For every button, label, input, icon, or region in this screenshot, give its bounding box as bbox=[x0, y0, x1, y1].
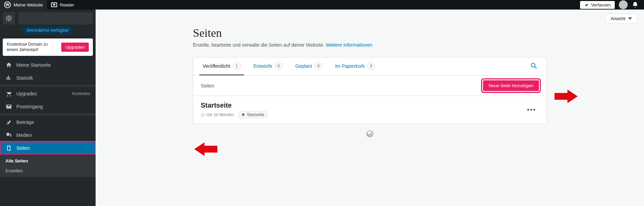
tab-drafts[interactable]: Entwürfe 0 bbox=[250, 58, 286, 75]
sidebar-item-label: Upgrades bbox=[16, 91, 68, 96]
globe-icon bbox=[5, 15, 12, 22]
site-icon-box[interactable] bbox=[3, 12, 15, 25]
reader-tab[interactable]: Reader bbox=[47, 0, 79, 10]
sidebar-item-label: Meine Startseite bbox=[16, 62, 90, 68]
content-wrapper: Seiten Erstelle, bearbeite und verwalte … bbox=[186, 10, 554, 152]
sidebar-item-upgrades[interactable]: Upgrades Kostenlos bbox=[0, 87, 96, 100]
my-site-tab[interactable]: W Meine Website bbox=[0, 0, 47, 10]
bell-icon[interactable] bbox=[632, 1, 639, 8]
tabs-row: Veröffentlicht 1 Entwürfe 0 Geplant 0 Im… bbox=[193, 58, 546, 76]
my-site-label: Meine Website bbox=[14, 2, 43, 7]
topbar-left: W Meine Website Reader bbox=[0, 0, 78, 10]
page-meta: Vor 10 Minuten Startseite bbox=[201, 111, 267, 118]
more-info-link[interactable]: Weitere Informationen bbox=[326, 42, 372, 48]
media-icon bbox=[5, 132, 12, 139]
tab-count: 1 bbox=[233, 62, 241, 70]
clock-icon bbox=[201, 113, 205, 117]
compose-button[interactable]: Verfassen bbox=[580, 1, 615, 9]
sidebar-item-label: Beiträge bbox=[16, 120, 90, 125]
sidebar-item-inbox[interactable]: Posteingang bbox=[0, 100, 96, 113]
topbar-right: Verfassen bbox=[580, 0, 644, 10]
add-page-button[interactable]: Neue Seite hinzufügen bbox=[483, 80, 539, 91]
pages-submenu: Alle Seiten Erstellen bbox=[0, 155, 96, 177]
view-toggle[interactable]: Ansicht bbox=[606, 14, 637, 23]
tab-label: Geplant bbox=[295, 63, 312, 69]
sidebar: Demnächst verfügbar Kostenlose Domain zu… bbox=[0, 10, 96, 206]
upgrades-meta: Kostenlos bbox=[72, 91, 90, 96]
tab-count: 0 bbox=[275, 62, 282, 70]
annotation-arrow-right bbox=[554, 88, 578, 105]
wordpress-logo-icon bbox=[366, 130, 374, 138]
stats-icon bbox=[5, 75, 12, 81]
pin-icon bbox=[5, 119, 12, 126]
tab-count: 0 bbox=[367, 62, 375, 70]
compose-label: Verfassen bbox=[591, 2, 611, 7]
tab-label: Entwürfe bbox=[253, 63, 272, 69]
home-badge-text: Startseite bbox=[247, 112, 264, 117]
sidebar-item-label: Posteingang bbox=[16, 104, 90, 109]
topbar: W Meine Website Reader Verfassen bbox=[0, 0, 644, 10]
view-toggle-label: Ansicht bbox=[611, 16, 625, 21]
domain-promo-box: Kostenlose Domain zu einem Jahrestarif U… bbox=[3, 38, 93, 56]
more-button[interactable]: ••• bbox=[524, 105, 539, 115]
reader-label: Reader bbox=[60, 2, 75, 7]
nav-separator bbox=[0, 114, 96, 115]
sidebar-item-pages[interactable]: Seiten bbox=[0, 142, 96, 155]
section-header: Seiten Neue Seite hinzufügen bbox=[193, 76, 546, 96]
wp-footer bbox=[193, 124, 547, 145]
coming-soon-badge[interactable]: Demnächst verfügbar bbox=[22, 27, 73, 34]
page-desc-text: Erstelle, bearbeite und verwalte die Sei… bbox=[193, 42, 326, 48]
leaf-icon bbox=[584, 2, 589, 7]
page-time: Vor 10 Minuten bbox=[201, 112, 234, 117]
svg-line-2 bbox=[535, 67, 537, 69]
home-icon bbox=[241, 113, 245, 117]
site-title-placeholder[interactable] bbox=[18, 12, 93, 25]
svg-point-1 bbox=[531, 63, 535, 67]
reader-icon bbox=[51, 2, 57, 7]
submenu-all-pages[interactable]: Alle Seiten bbox=[0, 156, 96, 166]
sidebar-item-posts[interactable]: Beiträge bbox=[0, 116, 96, 129]
tab-label: Im Papierkorb bbox=[335, 63, 365, 69]
tab-scheduled[interactable]: Geplant 0 bbox=[292, 58, 326, 75]
section-label: Seiten bbox=[201, 83, 214, 89]
avatar[interactable] bbox=[619, 0, 628, 9]
home-badge: Startseite bbox=[238, 111, 267, 118]
mail-icon bbox=[5, 103, 12, 110]
tab-count: 0 bbox=[315, 62, 322, 70]
svg-marker-6 bbox=[555, 90, 578, 103]
tab-trash[interactable]: Im Papierkorb 0 bbox=[332, 58, 378, 75]
sidebar-item-media[interactable]: Medien bbox=[0, 129, 96, 142]
search-button[interactable] bbox=[527, 59, 540, 74]
chevron-down-icon bbox=[628, 17, 632, 20]
page-row-title: Startseite bbox=[201, 101, 267, 109]
site-header: Demnächst verfügbar bbox=[0, 10, 96, 38]
coming-soon-row: Demnächst verfügbar bbox=[3, 25, 93, 36]
submenu-create[interactable]: Erstellen bbox=[0, 166, 96, 176]
sidebar-item-home[interactable]: Meine Startseite bbox=[0, 59, 96, 72]
tab-published[interactable]: Veröffentlicht 1 bbox=[199, 58, 244, 75]
search-icon bbox=[530, 62, 538, 69]
sidebar-item-label: Statistik bbox=[16, 75, 90, 81]
sidebar-item-stats[interactable]: Statistik bbox=[0, 72, 96, 84]
tab-label: Veröffentlicht bbox=[203, 63, 230, 69]
page-info: Startseite Vor 10 Minuten Startseite bbox=[201, 101, 267, 118]
domain-promo-text: Kostenlose Domain zu einem Jahrestarif bbox=[7, 42, 58, 52]
sidebar-item-label: Seiten bbox=[16, 145, 90, 151]
pages-panel: Veröffentlicht 1 Entwürfe 0 Geplant 0 Im… bbox=[193, 57, 547, 124]
page-row[interactable]: Startseite Vor 10 Minuten Startseite bbox=[193, 96, 546, 124]
sidebar-item-label: Medien bbox=[16, 132, 90, 138]
wordpress-logo-icon: W bbox=[4, 1, 11, 8]
upgrade-button[interactable]: Upgraden bbox=[61, 43, 89, 52]
main-content: Ansicht Seiten Erstelle, bearbeite und v… bbox=[96, 10, 644, 206]
nav-separator bbox=[0, 85, 96, 86]
cart-icon bbox=[5, 90, 12, 97]
page-time-text: Vor 10 Minuten bbox=[207, 112, 234, 117]
home-icon bbox=[5, 62, 12, 68]
sidebar-nav: Meine Startseite Statistik Upgrades Kost… bbox=[0, 59, 96, 177]
page-description: Erstelle, bearbeite und verwalte die Sei… bbox=[193, 42, 547, 48]
page-title: Seiten bbox=[193, 27, 547, 39]
pages-icon bbox=[5, 145, 12, 152]
